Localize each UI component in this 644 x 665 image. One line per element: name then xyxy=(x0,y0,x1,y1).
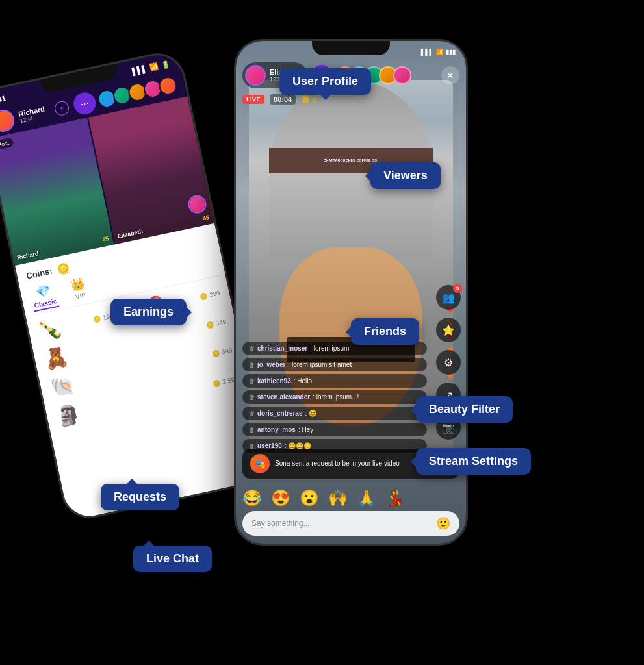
wifi-icon: 📶 xyxy=(149,62,159,72)
chat-msg-3: 🗑 kathleen93 : Hello xyxy=(242,374,427,388)
tab-vip[interactable]: 👑 VIP xyxy=(70,275,89,303)
chat-msg-6: 🗑 antony_mos : Hey xyxy=(242,423,427,436)
delete-icon-1: 🗑 xyxy=(249,345,255,352)
hat-text: CHATTAHOOCHEE COFFEE CO. xyxy=(324,158,378,162)
back-time: 9:41 xyxy=(0,94,7,106)
close-stream-button[interactable]: ✕ xyxy=(441,66,459,84)
emoji-row: 😂 😍 😮 🙌 🙏 💃 xyxy=(242,489,420,507)
guest-avatar-img xyxy=(188,195,206,213)
camera-icon: 📷 xyxy=(442,421,455,434)
gift-icon-3: 🧸 xyxy=(42,344,70,371)
chat-user-5: doris_cntreras xyxy=(257,410,302,417)
delete-icon-2: 🗑 xyxy=(249,362,255,368)
user-profile-tooltip: User Profile xyxy=(279,68,371,95)
live-coins-count: 🪙 5 xyxy=(301,95,316,104)
gift-icon-1: 🍾 xyxy=(36,316,64,343)
emoji-5[interactable]: 🙏 xyxy=(357,489,376,507)
live-chat-tooltip: Live Chat xyxy=(133,546,212,572)
diamond-icon: 💎 xyxy=(34,283,51,300)
back-gifts-area: Coins: 🪙 💎 Classic 👑 VIP 🍾 🪙 xyxy=(15,223,269,521)
smiley-icon[interactable]: 🙂 xyxy=(436,516,450,531)
live-status-row: LIVE 00:04 🪙 5 xyxy=(242,94,316,105)
star-icon: ⭐ xyxy=(442,324,455,336)
host-coins: 45 xyxy=(102,235,110,243)
delete-icon-4: 🗑 xyxy=(249,394,255,401)
front-viewer-5 xyxy=(393,66,411,84)
chat-text-2: : lorem ipsum sit amet xyxy=(288,361,352,368)
coin-icon: 🪙 xyxy=(56,261,71,276)
front-battery-icon: ▮▮▮ xyxy=(446,49,456,55)
emoji-3[interactable]: 😮 xyxy=(300,489,319,507)
viewers-tooltip: Viewers xyxy=(370,162,441,189)
tab-vip-label: VIP xyxy=(75,292,86,301)
gift-price-4: 🪙 699 xyxy=(211,347,233,358)
friends-icon: 👥 xyxy=(442,292,455,304)
stream-settings-tooltip: Stream Settings xyxy=(416,448,531,475)
chat-msg-2: 🗑 jo_weber : lorem ipsum sit amet xyxy=(242,358,427,371)
friends-tooltip: Friends xyxy=(351,318,419,345)
coin-gold-icon: 🪙 xyxy=(301,95,310,104)
chat-messages-overlay: 🗑 christian_moser : lorem ipsum 🗑 jo_web… xyxy=(242,342,427,453)
chat-text-1: : lorem ipsum xyxy=(310,345,349,352)
chat-text-5: : 😊 xyxy=(305,410,316,417)
signal-icon: ▌▌▌ xyxy=(131,64,148,75)
emoji-4[interactable]: 🙌 xyxy=(328,489,348,507)
emoji-1[interactable]: 😂 xyxy=(242,489,262,507)
requests-tooltip: Requests xyxy=(101,484,179,510)
delete-icon-6: 🗑 xyxy=(249,427,255,433)
stream-settings-button[interactable]: ⚙ xyxy=(436,350,461,375)
back-phone-screen: 9:41 ▌▌▌ 📶 🔋 Richard 1234 + ··· xyxy=(0,51,269,521)
chat-text-4: : lorem ipsum...! xyxy=(313,394,359,401)
front-signal-icon: ▌▌▌ xyxy=(421,49,433,55)
chat-text-6: : Hey xyxy=(298,426,313,433)
chat-user-3: kathleen93 xyxy=(257,377,291,384)
front-wifi-icon: 📶 xyxy=(436,49,443,55)
beauty-filter-tooltip: Beauty Filter xyxy=(416,396,513,423)
chat-text-3: : Hello xyxy=(294,377,312,384)
gift-price-2: 🪙 299 xyxy=(200,289,221,300)
chat-user-4: steven.alexander xyxy=(257,394,310,401)
menu-dots-icon: ··· xyxy=(79,97,90,110)
chat-msg-5: 🗑 doris_cntreras : 😊 xyxy=(242,407,427,420)
live-badge: LIVE xyxy=(242,95,264,104)
beauty-filter-button[interactable]: ⭐ xyxy=(436,318,461,342)
gear-icon: ⚙ xyxy=(444,357,453,369)
coins-label: Coins: xyxy=(25,266,53,281)
emoji-6[interactable]: 💃 xyxy=(385,489,405,507)
gift-price-3: 🪙 549 xyxy=(205,318,227,329)
gift-icon-5: 🗿 xyxy=(54,401,82,429)
back-menu-button[interactable]: ··· xyxy=(71,90,97,116)
battery-icon: 🔋 xyxy=(160,59,170,69)
friends-button[interactable]: 👥 5 xyxy=(436,285,461,310)
friends-badge: 5 xyxy=(453,284,462,293)
tab-classic[interactable]: 💎 Classic xyxy=(29,282,59,312)
chat-input[interactable]: Say something... xyxy=(251,519,436,528)
chat-user-2: jo_weber xyxy=(257,361,285,368)
earnings-tooltip: Earnings xyxy=(110,299,187,325)
chat-user-6: antony_mos xyxy=(257,426,296,433)
delete-icon-5: 🗑 xyxy=(249,410,255,417)
front-user-avatar xyxy=(245,65,266,86)
crown-icon: 👑 xyxy=(70,275,86,292)
front-notch xyxy=(312,41,390,55)
back-user-info: Richard 1234 xyxy=(18,104,51,124)
delete-icon-7: 🗑 xyxy=(249,443,255,449)
gift-icon-4: 🐚 xyxy=(48,373,76,400)
coin-amount: 5 xyxy=(312,95,316,103)
delete-icon-3: 🗑 xyxy=(249,378,255,384)
chat-user-1: christian_moser xyxy=(257,345,307,352)
phone-back: 9:41 ▌▌▌ 📶 🔋 Richard 1234 + ··· xyxy=(0,48,271,523)
chat-msg-4: 🗑 steven.alexander : lorem ipsum...! xyxy=(242,390,427,404)
live-timer: 00:04 xyxy=(270,94,296,105)
requester-avatar: 🎭 xyxy=(250,454,270,473)
add-friend-button[interactable]: + xyxy=(53,100,70,117)
chat-input-bar: Say something... 🙂 xyxy=(242,511,459,536)
guest-coins: 45 xyxy=(202,214,210,221)
emoji-2[interactable]: 😍 xyxy=(271,489,290,507)
back-user-avatar xyxy=(0,108,16,134)
front-status-icons: ▌▌▌ 📶 ▮▮▮ xyxy=(421,49,456,55)
